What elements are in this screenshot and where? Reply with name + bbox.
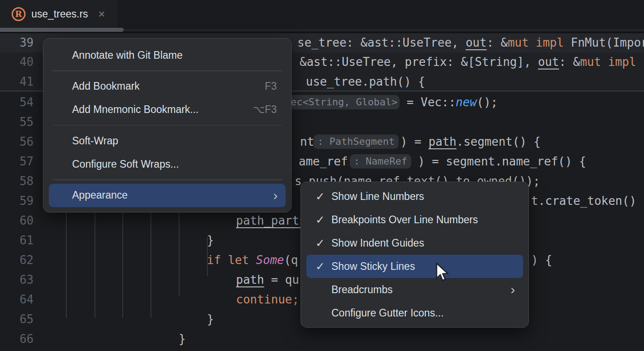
menu-item-breakpoints-over-line-numbers[interactable]: ✓Breakpoints Over Line Numbers	[306, 208, 523, 231]
menu-item-label: Add Bookmark	[72, 80, 140, 92]
checkmark-icon: ✓	[314, 237, 326, 250]
code-fragment: nt	[300, 132, 314, 152]
menu-separator	[52, 70, 282, 71]
line-number: 60	[0, 211, 34, 230]
code-fragment: t.crate_token() -	[531, 191, 644, 211]
appearance-submenu: ✓Show Line Numbers✓Breakpoints Over Line…	[301, 182, 529, 328]
chevron-right-icon: ›	[273, 189, 286, 202]
menu-item-label: Configure Gutter Icons...	[331, 307, 444, 319]
code-fragment: ) = path.segment() {	[400, 132, 541, 152]
code-fragment: use_tree.path() {	[306, 72, 425, 91]
menu-item-add-mnemonic-bookmark[interactable]: Add Mnemonic Bookmark...⌥F3	[49, 98, 286, 121]
menu-item-configure-soft-wraps[interactable]: Configure Soft Wraps...	[49, 152, 286, 176]
menu-item-add-bookmark[interactable]: Add BookmarkF3	[49, 75, 286, 98]
mouse-cursor-icon	[435, 263, 449, 282]
ide-window: R use_trees.rs × 39se_tree: &ast::UseTre…	[0, 0, 644, 351]
line-number: 61	[0, 230, 34, 250]
menu-item-show-indent-guides[interactable]: ✓Show Indent Guides	[306, 231, 523, 255]
menu-item-configure-gutter-icons[interactable]: Configure Gutter Icons...	[306, 301, 523, 325]
chevron-right-icon: ›	[511, 283, 523, 296]
line-number: 65	[0, 309, 34, 329]
horizontal-scrollbar	[0, 28, 644, 33]
checkmark-icon: ✓	[314, 213, 326, 226]
line-number: 63	[0, 270, 34, 290]
line-number: 56	[0, 132, 34, 152]
inlay-type-hint: : PathSegment	[313, 134, 399, 149]
menu-item-label: Configure Soft Wraps...	[72, 158, 179, 170]
line-number: 40	[0, 52, 34, 72]
menu-item-label: Breakpoints Over Line Numbers	[331, 214, 478, 226]
code-fragment: se_tree: &ast::UseTree, out: &mut impl F…	[297, 33, 644, 52]
close-icon[interactable]: ×	[99, 8, 105, 20]
code-fragment: path = qu	[236, 270, 299, 290]
menu-item-label: Show Line Numbers	[331, 191, 424, 203]
code-fragment: if let Some(q	[207, 250, 298, 270]
menu-item-label: Show Indent Guides	[331, 237, 424, 249]
inlay-type-hint: : NameRef	[350, 154, 411, 169]
line-number: 39	[0, 33, 34, 52]
editor-tab-bar: R use_trees.rs ×	[0, 0, 644, 28]
checkmark-icon: ✓	[314, 260, 326, 273]
line-number: 58	[0, 171, 34, 191]
line-number: 41	[0, 72, 34, 91]
line-number: 64	[0, 290, 34, 309]
menu-item-annotate-with-git-blame[interactable]: Annotate with Git Blame	[49, 43, 286, 67]
tab-title: use_trees.rs	[31, 8, 88, 20]
line-number: 62	[0, 250, 34, 270]
menu-item-show-sticky-lines[interactable]: ✓Show Sticky Lines	[306, 255, 523, 278]
code-line-66: 66}	[0, 329, 644, 349]
menu-item-label: Add Mnemonic Bookmark...	[72, 104, 199, 116]
code-fragment: }	[179, 329, 186, 349]
menu-separator	[52, 125, 282, 126]
menu-item-label: Soft-Wrap	[72, 135, 118, 147]
menu-item-label: Appearance	[72, 189, 128, 201]
menu-item-breadcrumbs[interactable]: Breadcrumbs›	[306, 278, 523, 301]
menu-item-label: Show Sticky Lines	[331, 260, 415, 273]
line-number: 57	[0, 152, 34, 171]
menu-item-soft-wrap[interactable]: Soft-Wrap	[49, 129, 286, 152]
code-fragment: continue;	[236, 290, 299, 309]
code-fragment: ) = segment.name_ref() {	[418, 152, 586, 171]
inlay-type-hint: ec<String, Global>	[287, 95, 399, 109]
menu-shortcut: ⌥F3	[253, 104, 286, 116]
line-number: 66	[0, 329, 34, 349]
rust-file-icon: R	[12, 7, 26, 21]
checkmark-icon: ✓	[314, 190, 326, 203]
code-fragment: = Vec::new();	[407, 92, 498, 112]
code-fragment: path_parts	[236, 211, 306, 230]
line-number: 55	[0, 112, 34, 132]
line-number: 54	[0, 92, 34, 112]
menu-shortcut: F3	[265, 80, 286, 92]
code-fragment: ) {	[531, 250, 552, 270]
line-number: 59	[0, 191, 34, 211]
code-fragment: }	[207, 309, 214, 329]
tab-use-trees[interactable]: R use_trees.rs ×	[0, 0, 117, 28]
menu-separator	[52, 179, 282, 180]
scrollbar-thumb[interactable]	[0, 28, 124, 32]
menu-item-label: Breadcrumbs	[331, 284, 393, 296]
menu-item-appearance[interactable]: Appearance›	[49, 184, 286, 207]
code-fragment: &ast::UseTree, prefix: &[String], out: &…	[300, 52, 636, 72]
editor-context-menu: Annotate with Git BlameAdd BookmarkF3Add…	[43, 38, 292, 212]
menu-item-show-line-numbers[interactable]: ✓Show Line Numbers	[306, 185, 523, 208]
menu-item-label: Annotate with Git Blame	[72, 49, 183, 61]
code-fragment: ame_ref	[299, 152, 348, 171]
code-fragment: }	[207, 230, 214, 250]
indent-guide	[207, 237, 208, 276]
